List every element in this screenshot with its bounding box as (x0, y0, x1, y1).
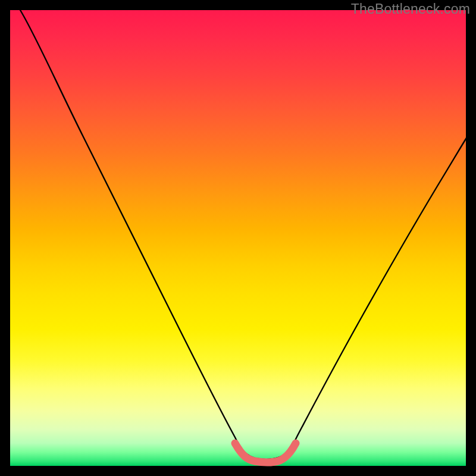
gradient-background (10, 10, 466, 466)
bottleneck-chart: TheBottleneck.com (0, 0, 476, 476)
watermark-label: TheBottleneck.com (351, 1, 470, 17)
